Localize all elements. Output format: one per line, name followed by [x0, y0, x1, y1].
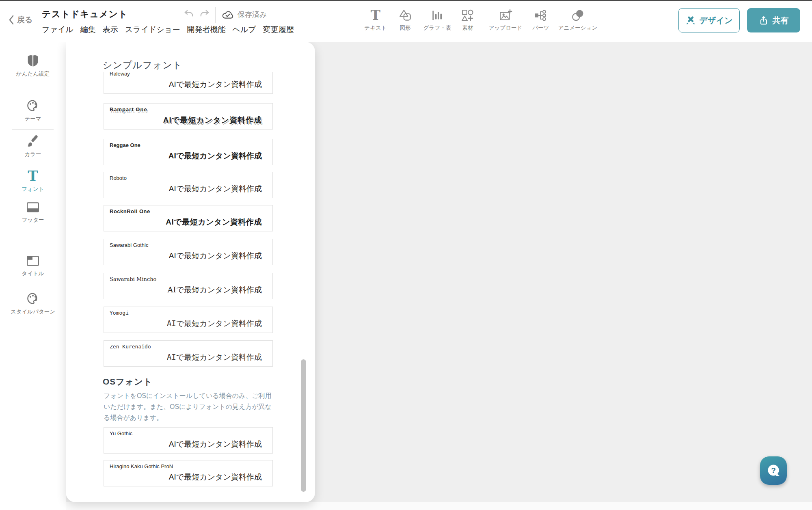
undo-button[interactable] — [183, 8, 195, 20]
toolbar-text-button[interactable]: T テキスト — [359, 7, 392, 32]
font-name: Sawarabi Mincho — [110, 276, 156, 282]
font-option-yomogi[interactable]: Yomogi AIで最短カンタン資料作成 — [104, 307, 273, 333]
font-sample: AIで最短カンタン資料作成 — [163, 115, 262, 125]
sidebar-item-font[interactable]: T フォント — [0, 169, 66, 193]
os-fonts-note: フォントをOSにインストールしている場合のみ、ご利用 いただけます。また、OSに… — [104, 390, 278, 423]
document-title[interactable]: テストドキュメント — [42, 8, 128, 20]
divider — [176, 7, 176, 23]
font-name: Reggae One — [110, 142, 140, 148]
font-option-reggae-one[interactable]: Reggae One AIで最短カンタン資料作成 — [104, 139, 273, 165]
font-sample: AIで最短カンタン資料作成 — [166, 217, 262, 227]
font-sample: AIで最短カンタン資料作成 — [169, 251, 262, 261]
font-sample: AIで最短カンタン資料作成 — [169, 184, 262, 194]
font-list-scroll-area[interactable]: Raleway AIで最短カンタン資料作成 Rampart One AIで最短カ… — [66, 72, 315, 502]
font-name: Yomogi — [110, 310, 129, 316]
design-tools-icon — [686, 15, 695, 25]
font-name: Hiragino Kaku Gothic ProN — [110, 463, 173, 469]
menu-slideshow[interactable]: スライドショー — [125, 24, 180, 35]
font-sample: AIで最短カンタン資料作成 — [168, 285, 262, 295]
toolbar-parts-button[interactable]: パーツ — [526, 7, 555, 32]
bar-chart-icon — [418, 7, 456, 24]
redo-icon — [199, 8, 211, 20]
style-palette-icon — [26, 292, 40, 305]
sidebar-item-color[interactable]: カラー — [0, 134, 66, 158]
sidebar-item-easy-setup[interactable]: かんたん設定 — [0, 54, 66, 78]
toolbar-chart-button[interactable]: グラフ・表 — [418, 7, 456, 32]
font-name: Raleway — [110, 72, 130, 77]
toolbar-shapes-button[interactable]: 図形 — [391, 7, 420, 32]
window-top-edge — [0, 0, 812, 1]
font-name: Rampart One — [110, 106, 147, 112]
font-option-rocknroll-one[interactable]: RocknRoll One AIで最短カンタン資料作成 — [104, 205, 273, 231]
back-button[interactable]: 戻る — [8, 15, 32, 25]
shapes-icon — [391, 7, 420, 24]
cloud-check-icon — [222, 10, 234, 19]
toolbar-upload-button[interactable]: アップロード — [484, 7, 527, 32]
save-status: 保存済み — [222, 10, 267, 19]
svg-text:T: T — [371, 8, 380, 23]
font-name: RocknRoll One — [110, 208, 150, 214]
font-name: Roboto — [110, 175, 127, 181]
toolbar-animation-button[interactable]: アニメーション — [552, 7, 603, 32]
font-option-roboto[interactable]: Roboto AIで最短カンタン資料作成 — [104, 172, 273, 198]
divider — [215, 7, 216, 23]
top-bar: 戻る テストドキュメント ファイル 編集 表示 スライドショー 開発者機能 ヘル… — [0, 0, 812, 42]
menu-help[interactable]: ヘルプ — [232, 24, 256, 35]
bottom-strip — [0, 502, 812, 510]
animation-icon — [552, 7, 603, 24]
font-sample: AIで最短カンタン資料作成 — [167, 318, 262, 329]
brush-icon — [26, 134, 40, 148]
sidebar-item-footer[interactable]: フッター — [0, 201, 66, 224]
undo-icon — [183, 8, 195, 20]
footer-layout-icon — [26, 201, 40, 214]
design-button[interactable]: デザイン — [678, 8, 740, 32]
sidebar-item-style-pattern[interactable]: スタイルパターン — [0, 292, 66, 316]
menu-bar: ファイル 編集 表示 スライドショー 開発者機能 ヘルプ 変更履歴 — [42, 24, 294, 35]
svg-text:T: T — [28, 169, 38, 183]
font-name: Yu Gothic — [110, 430, 132, 437]
font-icon: T — [26, 169, 40, 183]
font-sample: AIで最短カンタン資料作成 — [169, 439, 262, 449]
chevron-left-icon — [8, 15, 15, 25]
palette-icon — [26, 99, 40, 112]
font-sample: AIで最短カンタン資料作成 — [168, 151, 262, 161]
beginner-mark-icon — [26, 54, 39, 67]
font-option-zen-kurenaido[interactable]: Zen Kurenaido AIで最短カンタン資料作成 — [104, 340, 273, 367]
font-option-yu-gothic[interactable]: Yu Gothic AIで最短カンタン資料作成 — [104, 427, 273, 454]
font-option-raleway[interactable]: Raleway AIで最短カンタン資料作成 — [104, 72, 273, 94]
panel-scrollbar[interactable] — [301, 359, 306, 492]
simple-fonts-heading: シンプルフォント — [103, 59, 182, 71]
sidebar-item-title[interactable]: タイトル — [0, 255, 66, 277]
font-sample: AIで最短カンタン資料作成 — [167, 352, 262, 363]
material-shapes-icon — [453, 7, 482, 24]
back-label: 戻る — [17, 15, 32, 25]
sidebar-item-theme[interactable]: テーマ — [0, 99, 66, 123]
text-icon: T — [359, 7, 392, 24]
design-label: デザイン — [700, 15, 733, 26]
font-sample: AIで最短カンタン資料作成 — [169, 79, 262, 90]
share-label: 共有 — [773, 15, 789, 26]
menu-view[interactable]: 表示 — [103, 24, 118, 35]
menu-edit[interactable]: 編集 — [80, 24, 96, 35]
menu-developer[interactable]: 開発者機能 — [187, 24, 225, 35]
font-option-sawarabi-gothic[interactable]: Sawarabi Gothic AIで最短カンタン資料作成 — [104, 239, 273, 265]
share-icon — [759, 15, 769, 25]
font-settings-panel: シンプルフォント Raleway AIで最短カンタン資料作成 Rampart O… — [66, 42, 315, 502]
save-status-label: 保存済み — [238, 10, 267, 19]
menu-file[interactable]: ファイル — [42, 24, 73, 35]
font-option-rampart-one[interactable]: Rampart One AIで最短カンタン資料作成 — [104, 103, 273, 130]
font-name: Zen Kurenaido — [110, 344, 151, 350]
help-button[interactable]: ? — [760, 456, 787, 485]
share-button[interactable]: 共有 — [747, 8, 800, 32]
font-option-hiragino[interactable]: Hiragino Kaku Gothic ProN AIで最短カンタン資料作成 — [104, 460, 273, 486]
title-layout-icon — [26, 255, 40, 267]
svg-text:?: ? — [771, 466, 776, 475]
app-window: 戻る テストドキュメント ファイル 編集 表示 スライドショー 開発者機能 ヘル… — [0, 0, 812, 510]
redo-button[interactable] — [199, 8, 211, 20]
sidebar-divider — [12, 129, 54, 130]
os-fonts-heading: OSフォント — [103, 376, 152, 387]
menu-history[interactable]: 変更履歴 — [263, 24, 294, 35]
parts-icon — [526, 7, 555, 24]
toolbar-material-button[interactable]: 素材 — [453, 7, 482, 32]
font-option-sawarabi-mincho[interactable]: Sawarabi Mincho AIで最短カンタン資料作成 — [104, 273, 273, 299]
